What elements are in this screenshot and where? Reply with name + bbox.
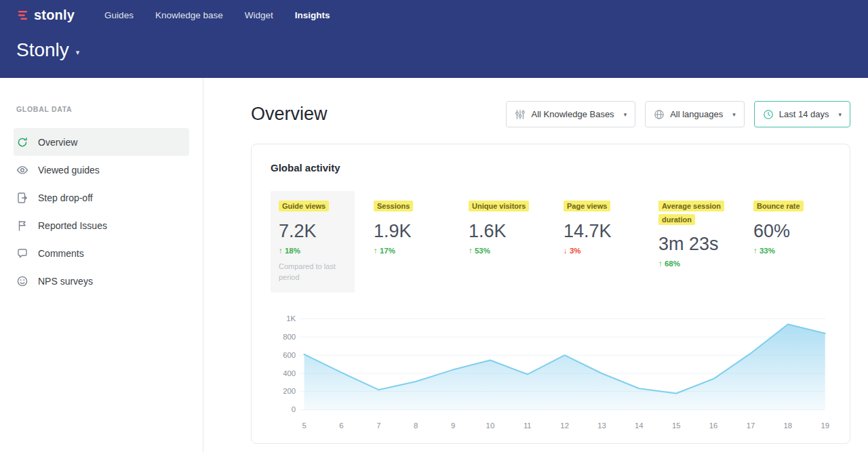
metric-label: Guide views — [279, 201, 329, 211]
delta-value: 3% — [570, 247, 581, 255]
sidebar-item-label: NPS surveys — [38, 276, 93, 287]
svg-text:800: 800 — [283, 332, 296, 340]
delta-value: 53% — [475, 247, 490, 255]
global-activity-chart: 02004006008001K5678910111213141516171819 — [271, 309, 831, 432]
refresh-icon — [16, 136, 28, 148]
chevron-down-icon: ▾ — [732, 111, 736, 118]
chevron-down-icon: ▾ — [624, 111, 627, 118]
svg-text:11: 11 — [524, 421, 532, 429]
filters: All Knowledge Bases ▾ All languages ▾ — [506, 101, 850, 127]
delta-arrow-icon: ↑ — [658, 260, 663, 268]
svg-text:17: 17 — [747, 421, 755, 429]
metric-label: Sessions — [374, 201, 413, 211]
sidebar-item-step-drop-off[interactable]: Step drop-off — [14, 184, 189, 211]
svg-text:19: 19 — [821, 421, 829, 429]
metric-value: 60% — [753, 221, 821, 242]
metric-page-views[interactable]: Page views 14.7K ↓ 3% — [555, 191, 639, 255]
sidebar-item-reported-issues[interactable]: Reported Issues — [14, 211, 189, 239]
date-range-filter[interactable]: Last 14 days ▾ — [754, 101, 850, 127]
stonly-logo-icon — [16, 9, 29, 22]
sidebar-item-nps-surveys[interactable]: NPS surveys — [14, 267, 189, 295]
sidebar: GLOBAL DATA Overview Viewed guides — [0, 78, 203, 452]
filter-label: All Knowledge Bases — [531, 109, 614, 119]
sidebar-item-label: Comments — [38, 248, 84, 259]
sidebar-item-label: Step drop-off — [38, 192, 93, 203]
filter-label: Last 14 days — [779, 109, 829, 119]
metric-guide-views[interactable]: Guide views 7.2K ↑ 18% Compared to last … — [271, 191, 355, 293]
metric-delta: ↑ 17% — [374, 247, 441, 255]
delta-arrow-icon: ↓ — [564, 247, 568, 255]
sliders-icon — [515, 109, 526, 120]
flag-icon — [16, 220, 28, 232]
logo-text: stonly — [34, 7, 75, 23]
sidebar-item-label: Viewed guides — [38, 165, 100, 176]
svg-text:0: 0 — [292, 405, 296, 413]
metric-delta: ↓ 3% — [564, 247, 631, 255]
nav-widget[interactable]: Widget — [245, 10, 273, 20]
nav-insights[interactable]: Insights — [295, 10, 330, 20]
metric-bounce-rate[interactable]: Bounce rate 60% ↑ 33% — [745, 191, 829, 255]
globe-icon — [654, 109, 665, 120]
svg-text:400: 400 — [283, 369, 296, 377]
delta-arrow-icon: ↑ — [279, 247, 283, 255]
metric-avg-session-duration[interactable]: Average session duration 3m 23s ↑ 68% — [650, 191, 734, 268]
metric-delta: ↑ 53% — [469, 247, 536, 255]
workspace-title[interactable]: Stonly — [16, 39, 69, 61]
stonly-logo[interactable]: stonly — [16, 7, 75, 23]
smiley-icon — [16, 275, 28, 287]
svg-text:9: 9 — [451, 421, 455, 429]
page-title: Overview — [251, 104, 328, 125]
delta-arrow-icon: ↑ — [374, 247, 378, 255]
sidebar-item-viewed-guides[interactable]: Viewed guides — [14, 156, 189, 184]
svg-text:12: 12 — [560, 421, 569, 429]
app-header: stonly Guides Knowledge base Widget Insi… — [0, 0, 868, 78]
metric-value: 14.7K — [564, 221, 631, 242]
sidebar-item-label: Overview — [38, 137, 77, 148]
svg-text:5: 5 — [302, 421, 306, 429]
svg-text:200: 200 — [283, 387, 296, 395]
nav-knowledge-base[interactable]: Knowledge base — [155, 10, 223, 20]
delta-arrow-icon: ↑ — [753, 247, 757, 255]
top-bar: stonly Guides Knowledge base Widget Insi… — [0, 0, 868, 30]
svg-text:15: 15 — [672, 421, 681, 429]
nav-guides[interactable]: Guides — [104, 10, 134, 20]
knowledge-bases-filter[interactable]: All Knowledge Bases ▾ — [506, 101, 635, 127]
metric-value: 1.9K — [374, 221, 441, 242]
svg-text:18: 18 — [784, 421, 793, 429]
languages-filter[interactable]: All languages ▾ — [645, 101, 745, 127]
delta-value: 33% — [760, 247, 775, 255]
metric-value: 1.6K — [469, 221, 536, 242]
metric-label: Bounce rate — [753, 201, 804, 211]
metric-value: 3m 23s — [658, 234, 726, 255]
global-activity-card: Global activity Guide views 7.2K ↑ 18% C… — [251, 144, 850, 444]
metric-sessions[interactable]: Sessions 1.9K ↑ 17% — [366, 191, 450, 255]
metric-label: Page views — [564, 201, 610, 211]
metric-unique-visitors[interactable]: Unique visitors 1.6K ↑ 53% — [460, 191, 545, 255]
clock-icon — [763, 109, 774, 120]
metric-delta: ↑ 33% — [753, 247, 821, 255]
metrics-row: Guide views 7.2K ↑ 18% Compared to last … — [271, 191, 831, 293]
svg-text:7: 7 — [376, 421, 380, 429]
card-title: Global activity — [271, 162, 831, 173]
main-header: Overview All Knowledge Bases ▾ — [251, 101, 850, 127]
svg-text:13: 13 — [597, 421, 606, 429]
svg-text:8: 8 — [414, 421, 418, 429]
chevron-down-icon: ▾ — [838, 111, 842, 118]
metric-label: Unique visitors — [469, 201, 529, 211]
comment-icon — [16, 247, 28, 260]
delta-value: 68% — [665, 260, 680, 268]
svg-text:1K: 1K — [286, 314, 296, 323]
page-layout: GLOBAL DATA Overview Viewed guides — [0, 78, 868, 452]
workspace-row: Stonly ▾ — [0, 30, 868, 61]
svg-text:10: 10 — [486, 421, 495, 429]
sidebar-item-comments[interactable]: Comments — [14, 239, 189, 267]
sidebar-item-overview[interactable]: Overview — [14, 128, 189, 156]
svg-text:16: 16 — [709, 421, 718, 429]
workspace-caret-icon[interactable]: ▾ — [76, 48, 80, 57]
sidebar-section-label: GLOBAL DATA — [16, 105, 203, 113]
svg-text:600: 600 — [283, 350, 296, 358]
svg-text:6: 6 — [339, 421, 343, 429]
sidebar-nav: Overview Viewed guides S — [0, 128, 203, 295]
eye-icon — [16, 164, 28, 176]
top-nav: Guides Knowledge base Widget Insights — [104, 10, 330, 20]
